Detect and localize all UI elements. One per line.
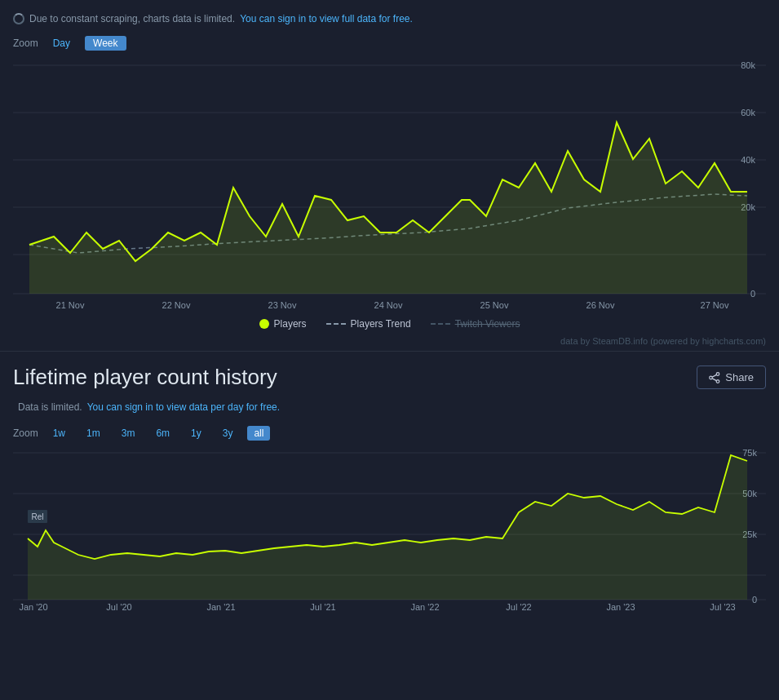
- data-credit: data by SteamDB.info (powered by highcha…: [13, 336, 766, 351]
- warning-text-2: Data is limited.: [18, 401, 82, 413]
- svg-line-22: [712, 374, 716, 377]
- svg-text:0: 0: [750, 289, 755, 299]
- legend-twitch: Twitch Viewers: [431, 318, 520, 330]
- chart-legend: Players Players Trend Twitch Viewers: [13, 310, 766, 336]
- svg-point-21: [710, 376, 713, 379]
- svg-text:24 Nov: 24 Nov: [374, 300, 403, 310]
- legend-players: Players: [259, 318, 307, 330]
- svg-text:Jul '23: Jul '23: [710, 602, 735, 612]
- warning-text: Due to constant scraping, charts data is…: [29, 13, 235, 24]
- zoom-1y-button[interactable]: 1y: [184, 426, 208, 441]
- svg-text:Jul '21: Jul '21: [310, 602, 335, 612]
- lifetime-chart-area: 75k 50k 25k 0 Rel Jan '20 Jul '20 Jan '2…: [13, 449, 766, 612]
- svg-text:Jan '21: Jan '21: [206, 602, 235, 612]
- zoom-1m-button[interactable]: 1m: [80, 426, 107, 441]
- svg-text:23 Nov: 23 Nov: [268, 300, 297, 310]
- zoom-1w-button[interactable]: 1w: [46, 426, 72, 441]
- svg-marker-11: [29, 122, 747, 294]
- svg-text:60k: 60k: [741, 108, 755, 117]
- svg-text:75k: 75k: [742, 449, 757, 458]
- twitch-label: Twitch Viewers: [455, 318, 520, 330]
- share-label: Share: [725, 371, 754, 383]
- svg-text:80k: 80k: [741, 60, 755, 70]
- zoom-label-bottom: Zoom: [13, 428, 38, 439]
- svg-text:Jul '22: Jul '22: [506, 602, 531, 612]
- zoom-week-button[interactable]: Week: [85, 36, 126, 51]
- signin-link-bottom[interactable]: You can sign in to view data per day for…: [87, 401, 280, 413]
- svg-point-20: [716, 379, 719, 383]
- main-chart-svg: 80k 60k 40k 20k 0 21 Nov 22 Nov 23 Nov 2…: [13, 57, 766, 310]
- svg-text:27 Nov: 27 Nov: [701, 300, 729, 310]
- top-chart-section: Due to constant scraping, charts data is…: [0, 0, 779, 352]
- zoom-6m-button[interactable]: 6m: [149, 426, 176, 441]
- warning-bar-bottom: Data is limited. You can sign in to view…: [13, 398, 766, 421]
- svg-line-23: [712, 378, 716, 380]
- svg-text:Jan '23: Jan '23: [606, 602, 635, 612]
- svg-text:Jan '22: Jan '22: [410, 602, 439, 612]
- bottom-section: Lifetime player count history Share Data…: [0, 352, 779, 612]
- share-button[interactable]: Share: [697, 366, 766, 389]
- zoom-all-button[interactable]: all: [247, 426, 270, 441]
- svg-text:26 Nov: 26 Nov: [586, 300, 615, 310]
- zoom-bar-top: Zoom Day Week: [13, 29, 766, 57]
- svg-text:Jul '20: Jul '20: [106, 602, 131, 612]
- spinner-icon: [13, 13, 24, 24]
- svg-point-19: [716, 372, 719, 375]
- twitch-dash: [431, 323, 450, 325]
- svg-text:Jan '20: Jan '20: [19, 602, 47, 612]
- zoom-3m-button[interactable]: 3m: [115, 426, 142, 441]
- main-chart-area: 80k 60k 40k 20k 0 21 Nov 22 Nov 23 Nov 2…: [0, 57, 779, 310]
- svg-marker-35: [28, 455, 747, 600]
- zoom-day-button[interactable]: Day: [45, 36, 78, 51]
- svg-text:0: 0: [752, 595, 757, 605]
- signin-link-top[interactable]: You can sign in to view full data for fr…: [240, 13, 413, 24]
- svg-text:40k: 40k: [741, 155, 755, 165]
- legend-trend: Players Trend: [326, 318, 411, 330]
- warning-bar-top: Due to constant scraping, charts data is…: [13, 8, 766, 29]
- zoom-3y-button[interactable]: 3y: [216, 426, 240, 441]
- svg-text:25 Nov: 25 Nov: [480, 300, 509, 310]
- lifetime-chart-svg: 75k 50k 25k 0 Rel Jan '20 Jul '20 Jan '2…: [13, 449, 766, 612]
- players-dot: [259, 319, 269, 329]
- svg-text:22 Nov: 22 Nov: [162, 300, 191, 310]
- trend-label: Players Trend: [351, 318, 411, 330]
- share-icon: [709, 372, 720, 383]
- players-label: Players: [274, 318, 307, 330]
- zoom-bar-bottom: Zoom 1w 1m 3m 6m 1y 3y all: [13, 421, 766, 449]
- section-header: Lifetime player count history Share: [13, 365, 766, 390]
- svg-text:21 Nov: 21 Nov: [56, 300, 85, 310]
- svg-text:Rel: Rel: [31, 512, 43, 521]
- zoom-label-top: Zoom: [13, 38, 38, 49]
- trend-dash: [326, 323, 346, 325]
- lifetime-title: Lifetime player count history: [13, 365, 277, 390]
